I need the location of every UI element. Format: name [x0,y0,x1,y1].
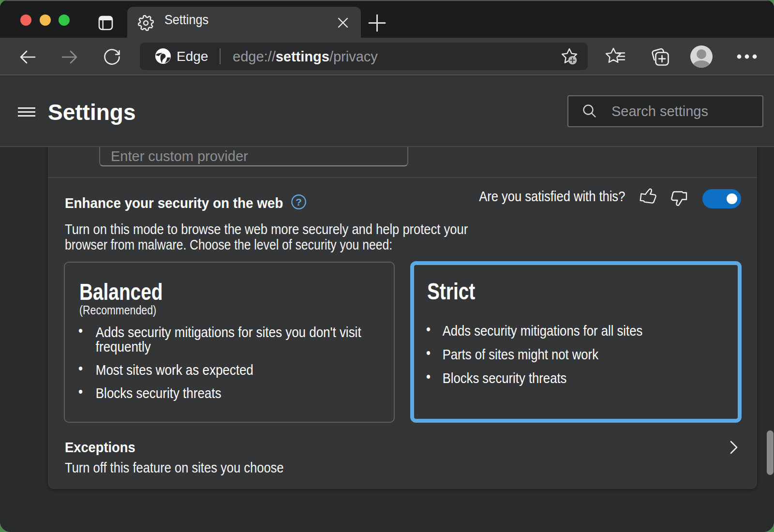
svg-text:?: ? [296,196,302,207]
